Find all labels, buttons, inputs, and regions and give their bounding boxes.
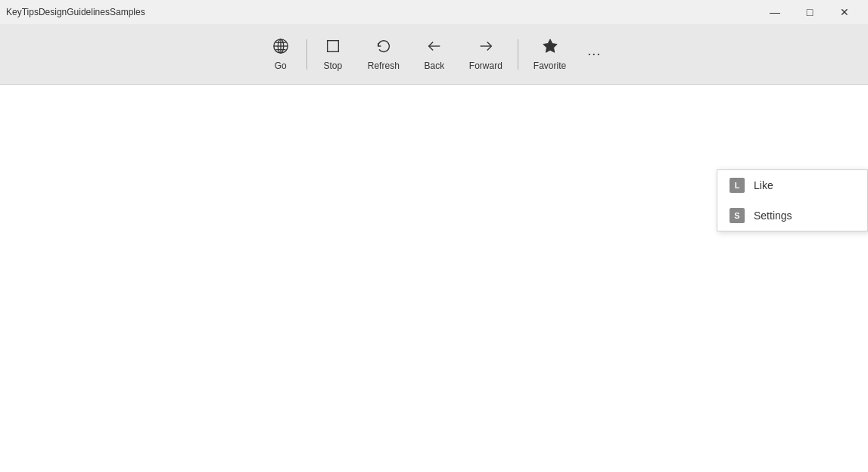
back-button[interactable]: Back (412, 27, 457, 82)
separator-2 (518, 39, 518, 70)
forward-button[interactable]: Forward (457, 27, 515, 82)
stop-label: Stop (323, 61, 342, 71)
app-title: KeyTipsDesignGuidelinesSamples (6, 7, 145, 17)
go-button[interactable]: Go (258, 27, 303, 82)
maximize-button[interactable]: □ (792, 0, 827, 24)
back-label: Back (424, 61, 444, 71)
go-label: Go (275, 61, 287, 71)
title-bar: KeyTipsDesignGuidelinesSamples — □ ✕ (0, 0, 868, 24)
window-controls: — □ ✕ (758, 0, 862, 24)
settings-menu-item[interactable]: S Settings (717, 200, 867, 231)
refresh-label: Refresh (368, 61, 400, 71)
minimize-button[interactable]: — (758, 0, 792, 24)
dropdown-menu: L Like S Settings (717, 169, 868, 231)
globe-icon (272, 38, 289, 57)
svg-marker-7 (543, 39, 556, 51)
forward-icon (478, 38, 494, 57)
stop-button[interactable]: Stop (310, 27, 356, 82)
back-icon (426, 38, 443, 57)
more-icon: ··· (587, 46, 601, 62)
like-label: Like (754, 179, 773, 191)
more-button[interactable]: ··· (578, 27, 610, 82)
settings-label: Settings (754, 210, 792, 222)
like-keytip: L (730, 178, 745, 193)
star-icon (542, 38, 558, 57)
svg-rect-4 (327, 40, 338, 51)
settings-keytip: S (730, 208, 745, 223)
content-area: L Like S Settings (0, 85, 868, 472)
forward-label: Forward (469, 61, 502, 71)
close-button[interactable]: ✕ (827, 0, 862, 24)
refresh-button[interactable]: Refresh (356, 27, 412, 82)
stop-icon (325, 38, 341, 57)
favorite-button[interactable]: Favorite (521, 27, 578, 82)
like-menu-item[interactable]: L Like (717, 170, 867, 200)
toolbar: Go Stop Refresh Back (0, 24, 868, 85)
separator-1 (306, 39, 307, 70)
favorite-label: Favorite (534, 61, 566, 71)
refresh-icon (375, 38, 392, 57)
